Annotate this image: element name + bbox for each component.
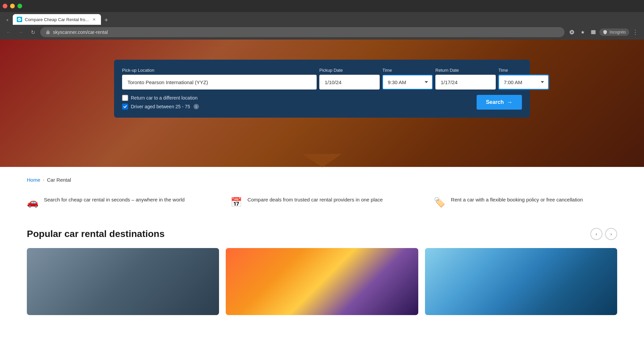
prev-arrow-button[interactable]: ‹ xyxy=(590,228,602,240)
tab-favicon xyxy=(17,17,22,22)
tab-close-button[interactable]: ✕ xyxy=(92,17,97,22)
return-date-input[interactable] xyxy=(435,75,496,89)
window-maximize-button[interactable]: + xyxy=(17,4,22,8)
feature-text-1: Search for cheap car rental in seconds –… xyxy=(44,196,184,204)
url-text: skyscanner.com/car-rental xyxy=(53,29,108,35)
next-arrow-button[interactable]: › xyxy=(605,228,617,240)
address-input[interactable]: skyscanner.com/car-rental xyxy=(40,27,565,37)
search-widget: Pick-up Location Pickup Date Time 9:30 A… xyxy=(114,60,530,118)
driver-age-label: Driver aged between 25 - 75 xyxy=(131,104,190,109)
return-date-group: Return Date xyxy=(435,68,496,89)
incognito-label: Incognito xyxy=(609,30,626,35)
destination-card-3[interactable] xyxy=(425,248,617,315)
section-title: Popular car rental destinations xyxy=(27,229,165,239)
bookmark-icon[interactable]: ★ xyxy=(578,27,587,37)
back-button[interactable]: ← xyxy=(4,27,13,37)
new-tab-button[interactable]: + xyxy=(102,15,111,25)
browser-chrome: ✕ − + ▾ Compare Cheap Car Rental fro... … xyxy=(0,0,644,40)
reload-button[interactable]: ↻ xyxy=(28,27,38,37)
checkboxes-group: Return car to a different location Drive… xyxy=(122,95,199,110)
forward-button[interactable]: → xyxy=(16,27,25,37)
feature-text-3: Rent a car with a flexible booking polic… xyxy=(451,196,583,204)
menu-button[interactable]: ⋮ xyxy=(631,27,640,37)
search-fields-row: Pick-up Location Pickup Date Time 9:30 A… xyxy=(122,68,522,89)
feature-text-2: Compare deals from trusted car rental pr… xyxy=(248,196,383,204)
svg-rect-0 xyxy=(591,30,596,34)
pickup-time-select[interactable]: 9:30 AM 10:00 AM xyxy=(382,75,433,89)
browser-actions: ★ Incognito ⋮ xyxy=(567,27,640,37)
section-header: Popular car rental destinations ‹ › xyxy=(27,228,617,240)
address-bar: ← → ↻ skyscanner.com/car-rental ★ Incogn… xyxy=(0,25,644,40)
camera-icon[interactable] xyxy=(567,27,577,37)
destination-card-2[interactable] xyxy=(226,248,418,315)
return-date-label: Return Date xyxy=(435,68,496,73)
browser-titlebar: ✕ − + xyxy=(0,0,644,12)
breadcrumb: Home › Car Rental xyxy=(27,177,617,183)
options-row: Return car to a different location Drive… xyxy=(122,95,522,110)
incognito-badge: Incognito xyxy=(599,28,629,36)
window-controls: ✕ − + xyxy=(3,4,22,8)
tab-bar: ▾ Compare Cheap Car Rental fro... ✕ + xyxy=(0,12,644,25)
tab-title: Compare Cheap Car Rental fro... xyxy=(25,17,89,22)
hero-section: Pick-up Location Pickup Date Time 9:30 A… xyxy=(0,40,644,167)
breadcrumb-current: Car Rental xyxy=(47,177,71,183)
destinations-grid xyxy=(27,248,617,315)
tag-icon: 🏷️ xyxy=(434,197,445,208)
breadcrumb-home-link[interactable]: Home xyxy=(27,177,40,183)
window-minimize-button[interactable]: − xyxy=(10,4,15,8)
profile-icon[interactable] xyxy=(589,27,598,37)
return-time-label: Time xyxy=(498,68,549,73)
return-different-location-checkbox[interactable] xyxy=(122,95,128,101)
window-close-button[interactable]: ✕ xyxy=(3,4,7,8)
arrow-right-icon: → xyxy=(506,99,513,106)
active-tab[interactable]: Compare Cheap Car Rental fro... ✕ xyxy=(13,14,101,25)
breadcrumb-separator: › xyxy=(43,178,44,182)
pickup-location-input[interactable] xyxy=(122,75,317,89)
feature-item: 📅 Compare deals from trusted car rental … xyxy=(230,196,414,208)
features-section: 🚗 Search for cheap car rental in seconds… xyxy=(27,196,617,208)
destination-card-1[interactable] xyxy=(27,248,219,315)
driver-age-checkbox[interactable] xyxy=(122,104,128,110)
search-button[interactable]: Search → xyxy=(477,95,522,110)
return-different-location-label: Return car to a different location xyxy=(131,95,198,101)
pickup-time-group: Time 9:30 AM 10:00 AM xyxy=(382,68,433,89)
calendar-icon: 📅 xyxy=(230,197,242,208)
pickup-date-group: Pickup Date xyxy=(319,68,380,89)
car-icon: 🚗 xyxy=(27,197,39,208)
driver-age-row[interactable]: Driver aged between 25 - 75 i xyxy=(122,104,199,110)
search-button-label: Search xyxy=(486,99,504,105)
return-different-location-row[interactable]: Return car to a different location xyxy=(122,95,199,101)
nav-arrows: ‹ › xyxy=(590,228,617,240)
pickup-date-input[interactable] xyxy=(319,75,380,89)
pickup-time-label: Time xyxy=(382,68,433,73)
content-area: Home › Car Rental 🚗 Search for cheap car… xyxy=(0,167,644,325)
popular-destinations-section: Popular car rental destinations ‹ › xyxy=(27,228,617,315)
pickup-location-label: Pick-up Location xyxy=(122,68,317,73)
tab-scroll-left[interactable]: ▾ xyxy=(3,15,12,25)
pickup-location-group: Pick-up Location xyxy=(122,68,317,89)
info-icon[interactable]: i xyxy=(194,104,199,109)
pickup-date-label: Pickup Date xyxy=(319,68,380,73)
feature-item: 🚗 Search for cheap car rental in seconds… xyxy=(27,196,210,208)
return-time-group: Time 7:00 AM 8:00 AM xyxy=(498,68,549,89)
return-time-select[interactable]: 7:00 AM 8:00 AM xyxy=(498,75,549,89)
feature-item: 🏷️ Rent a car with a flexible booking po… xyxy=(434,196,617,208)
